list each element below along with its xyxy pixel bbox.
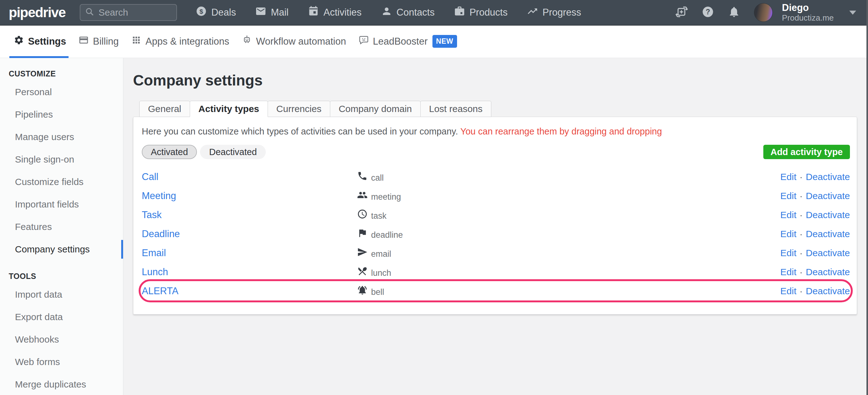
sidebar-item-webhooks[interactable]: Webhooks: [0, 328, 123, 351]
tab-lost-reasons[interactable]: Lost reasons: [420, 101, 491, 117]
separator: ·: [800, 191, 803, 201]
nav-label: Deals: [211, 7, 236, 18]
activity-name-link[interactable]: Email: [142, 247, 166, 259]
activity-name-link[interactable]: ALERTA: [142, 285, 179, 297]
filter-activated[interactable]: Activated: [142, 145, 197, 159]
deactivate-link[interactable]: Deactivate: [806, 229, 850, 239]
separator: ·: [800, 172, 803, 182]
settings-header-bar: Settings Billing Apps & integrations Wor…: [0, 25, 868, 58]
sidebar-item-important-fields[interactable]: Important fields: [0, 193, 123, 216]
table-row-deadline[interactable]: Deadline deadline Edit·Deactivate: [142, 224, 850, 243]
deals-dollar-icon: $: [196, 6, 207, 19]
sidebar-item-features[interactable]: Features: [0, 216, 123, 238]
activity-types-panel: Here you can customize which types of ac…: [133, 117, 857, 314]
icon-label: email: [371, 249, 391, 259]
header-tab-billing[interactable]: Billing: [79, 25, 119, 58]
activity-name-link[interactable]: Task: [142, 209, 162, 221]
add-activity-type-button[interactable]: Add activity type: [763, 145, 850, 159]
user-company: Productiza.me: [782, 13, 834, 23]
sidebar-item-export-data[interactable]: Export data: [0, 306, 123, 328]
icon-cell: task: [357, 209, 780, 221]
nav-item-deals[interactable]: $ Deals: [196, 6, 236, 19]
chatbot-icon: [359, 35, 369, 48]
sidebar-item-web-forms[interactable]: Web forms: [0, 351, 123, 373]
user-menu[interactable]: Diego Productiza.me: [782, 2, 834, 23]
activity-name-link[interactable]: Call: [142, 171, 158, 182]
sidebar-item-customize-fields[interactable]: Customize fields: [0, 171, 123, 193]
nav-item-progress[interactable]: Progress: [527, 6, 581, 19]
separator: ·: [800, 210, 803, 220]
separator: ·: [800, 267, 803, 277]
header-tab-apps-integrations[interactable]: Apps & integrations: [131, 25, 229, 58]
search-input[interactable]: Search: [80, 4, 177, 21]
table-row-call[interactable]: Call call Edit·Deactivate: [142, 167, 850, 186]
deactivate-link[interactable]: Deactivate: [806, 172, 850, 182]
help-icon[interactable]: ?: [702, 6, 714, 19]
header-tab-leadbooster[interactable]: LeadBooster NEW: [359, 25, 457, 58]
nav-item-mail[interactable]: Mail: [255, 6, 288, 19]
notifications-bell-icon[interactable]: [728, 6, 740, 19]
tab-company-domain[interactable]: Company domain: [330, 101, 421, 117]
icon-label: lunch: [371, 268, 391, 278]
avatar[interactable]: [754, 3, 773, 22]
tab-general[interactable]: General: [139, 101, 190, 117]
sidebar-section-customize: CUSTOMIZE: [0, 58, 123, 81]
sidebar-item-company-settings[interactable]: Company settings: [0, 238, 123, 260]
deactivate-link[interactable]: Deactivate: [806, 191, 850, 201]
activity-name-link[interactable]: Meeting: [142, 190, 176, 202]
quick-add-icon[interactable]: [676, 6, 688, 19]
header-tab-workflow-automation[interactable]: Workflow automation: [242, 25, 346, 58]
main-panel-area: Company settings General Activity types …: [123, 58, 868, 395]
header-tab-settings[interactable]: Settings: [14, 25, 66, 58]
sidebar-item-personal[interactable]: Personal: [0, 81, 123, 103]
edit-link[interactable]: Edit: [780, 267, 797, 277]
nav-item-activities[interactable]: Activities: [308, 6, 362, 19]
search-icon: [85, 7, 95, 18]
nav-item-products[interactable]: Products: [454, 6, 507, 19]
edit-link[interactable]: Edit: [780, 229, 797, 239]
sidebar-item-single-sign-on[interactable]: Single sign-on: [0, 148, 123, 171]
panel-description: Here you can customize which types of ac…: [142, 126, 850, 137]
scrollbar[interactable]: [866, 0, 868, 395]
row-actions: Edit·Deactivate: [780, 248, 850, 258]
edit-link[interactable]: Edit: [780, 286, 797, 296]
header-tab-label: Apps & integrations: [146, 36, 229, 47]
edit-link[interactable]: Edit: [780, 248, 797, 258]
icon-cell: meeting: [357, 190, 780, 202]
table-row-meeting[interactable]: Meeting meeting Edit·Deactivate: [142, 186, 850, 205]
row-actions: Edit·Deactivate: [780, 286, 850, 297]
table-row-lunch[interactable]: Lunch lunch Edit·Deactivate: [142, 262, 850, 281]
grid-icon: [131, 35, 142, 48]
edit-link[interactable]: Edit: [780, 172, 797, 182]
calendar-icon: [308, 6, 319, 19]
sidebar-item-manage-users[interactable]: Manage users: [0, 126, 123, 148]
cutlery-icon: [357, 266, 368, 278]
search-placeholder: Search: [98, 7, 128, 18]
tab-activity-types[interactable]: Activity types: [190, 101, 268, 117]
activity-name-link[interactable]: Lunch: [142, 266, 168, 278]
deactivate-link[interactable]: Deactivate: [806, 267, 850, 277]
activity-name-link[interactable]: Deadline: [142, 228, 180, 239]
deactivate-link[interactable]: Deactivate: [806, 210, 850, 220]
icon-label: call: [371, 173, 384, 183]
table-row-alerta-highlighted[interactable]: ALERTA bell Edit·Deactivate: [142, 281, 850, 301]
sidebar-item-pipelines[interactable]: Pipelines: [0, 103, 123, 126]
trending-up-icon: [527, 6, 538, 19]
edit-link[interactable]: Edit: [780, 191, 797, 201]
bell-icon: [357, 285, 368, 297]
nav-item-contacts[interactable]: Contacts: [381, 6, 435, 19]
tab-currencies[interactable]: Currencies: [268, 101, 330, 117]
icon-cell: email: [357, 247, 780, 259]
icon-cell: deadline: [357, 228, 780, 240]
deactivate-link[interactable]: Deactivate: [806, 248, 850, 258]
sidebar-item-import-data[interactable]: Import data: [0, 283, 123, 306]
table-row-task[interactable]: Task task Edit·Deactivate: [142, 205, 850, 224]
chevron-down-icon[interactable]: [849, 10, 856, 15]
sidebar-item-merge-duplicates[interactable]: Merge duplicates: [0, 373, 123, 395]
edit-link[interactable]: Edit: [780, 210, 797, 220]
icon-cell: bell: [357, 285, 780, 297]
table-row-email[interactable]: Email email Edit·Deactivate: [142, 243, 850, 262]
deactivate-link[interactable]: Deactivate: [806, 286, 850, 296]
filter-deactivated[interactable]: Deactivated: [200, 145, 266, 159]
send-icon: [357, 247, 368, 259]
